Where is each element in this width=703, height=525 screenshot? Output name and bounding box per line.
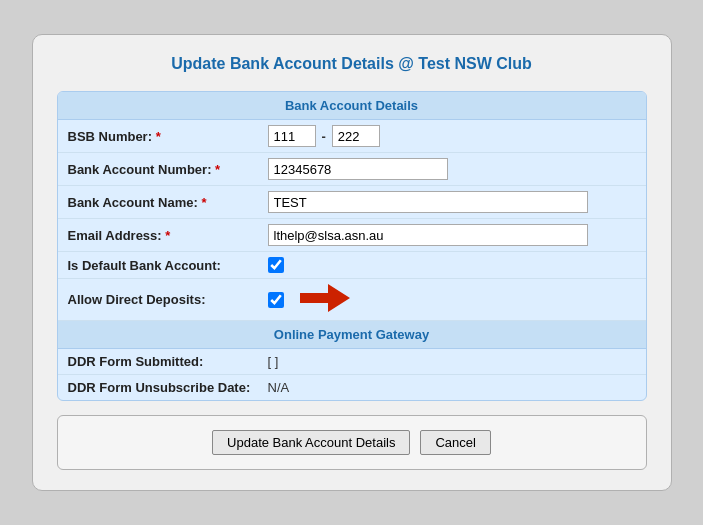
bsb-part1-input[interactable] <box>268 125 316 147</box>
bank-account-header: Bank Account Details <box>58 92 646 120</box>
bsb-value: - <box>268 125 636 147</box>
red-arrow-svg <box>300 284 350 312</box>
account-name-required: * <box>201 195 206 210</box>
bank-account-panel: Bank Account Details BSB Number: * - Ban… <box>57 91 647 401</box>
ddr-form-value: [ ] <box>268 354 636 369</box>
bottom-panel: Update Bank Account Details Cancel <box>57 415 647 470</box>
ddr-unsubscribe-label: DDR Form Unsubscribe Date: <box>68 380 268 395</box>
online-payment-header: Online Payment Gateway <box>58 321 646 349</box>
update-button[interactable]: Update Bank Account Details <box>212 430 410 455</box>
direct-deposits-value <box>268 284 636 315</box>
bsb-part2-input[interactable] <box>332 125 380 147</box>
default-bank-label: Is Default Bank Account: <box>68 258 268 273</box>
ddr-form-label: DDR Form Submitted: <box>68 354 268 369</box>
cancel-button[interactable]: Cancel <box>420 430 490 455</box>
email-input[interactable] <box>268 224 588 246</box>
page-title: Update Bank Account Details @ Test NSW C… <box>57 55 647 73</box>
email-required: * <box>165 228 170 243</box>
bsb-required: * <box>156 129 161 144</box>
direct-deposits-checkbox[interactable] <box>268 292 284 308</box>
email-value <box>268 224 636 246</box>
email-label: Email Address: * <box>68 228 268 243</box>
account-number-label: Bank Account Number: * <box>68 162 268 177</box>
email-row: Email Address: * <box>58 219 646 252</box>
account-name-value <box>268 191 636 213</box>
account-name-label: Bank Account Name: * <box>68 195 268 210</box>
red-arrow-indicator <box>300 284 350 315</box>
bsb-label: BSB Number: * <box>68 129 268 144</box>
outer-container: Update Bank Account Details @ Test NSW C… <box>32 34 672 491</box>
ddr-form-row: DDR Form Submitted: [ ] <box>58 349 646 375</box>
ddr-unsubscribe-row: DDR Form Unsubscribe Date: N/A <box>58 375 646 400</box>
ddr-form-text: [ ] <box>268 354 279 369</box>
account-number-value <box>268 158 636 180</box>
direct-deposits-row: Allow Direct Deposits: <box>58 279 646 321</box>
default-bank-value <box>268 257 636 273</box>
ddr-unsubscribe-value: N/A <box>268 380 636 395</box>
default-bank-row: Is Default Bank Account: <box>58 252 646 279</box>
account-number-required: * <box>215 162 220 177</box>
direct-deposits-label: Allow Direct Deposits: <box>68 292 268 307</box>
account-name-row: Bank Account Name: * <box>58 186 646 219</box>
default-bank-checkbox[interactable] <box>268 257 284 273</box>
account-number-input[interactable] <box>268 158 448 180</box>
bsb-row: BSB Number: * - <box>58 120 646 153</box>
account-name-input[interactable] <box>268 191 588 213</box>
bsb-dash: - <box>322 129 326 144</box>
svg-marker-0 <box>300 284 350 312</box>
account-number-row: Bank Account Number: * <box>58 153 646 186</box>
ddr-unsubscribe-text: N/A <box>268 380 290 395</box>
